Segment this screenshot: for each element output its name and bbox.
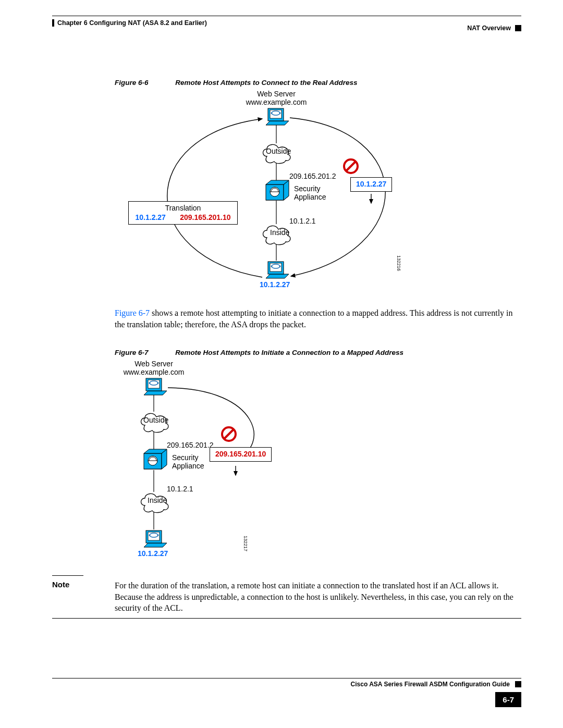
figure-6-7-xref[interactable]: Figure 6-7 <box>115 309 150 317</box>
figure-6-6-title: Remote Host Attempts to Connect to the R… <box>175 79 357 87</box>
fig7-inside-cloud-label: Inside <box>148 496 167 504</box>
figure-6-7-diagram: Web Server www.example.com Outside 209.1… <box>115 364 521 562</box>
figure-6-7-title: Remote Host Attempts to Initiate a Conne… <box>175 349 403 356</box>
figure-6-7-caption: Figure 6-7 Remote Host Attempts to Initi… <box>115 349 521 356</box>
footer-guide-title: Cisco ASA Series Firewall ASDM Configura… <box>351 681 510 688</box>
inside-cloud-label: Inside <box>270 228 289 237</box>
header-marker-icon <box>515 25 521 31</box>
note-top-rule <box>52 575 83 576</box>
inside-host-ip-label: 10.1.2.27 <box>260 280 290 289</box>
page-number: 6-7 <box>495 692 521 707</box>
figure-6-6-number: Figure 6-6 <box>115 79 149 87</box>
fig7-web-server-label: Web Server www.example.com <box>123 360 185 376</box>
outside-cloud-label: Outside <box>266 147 291 155</box>
note-body: For the duration of the translation, a r… <box>115 580 521 614</box>
web-server-label: Web Server www.example.com <box>245 90 308 106</box>
fig7-outside-cloud-label: Outside <box>143 416 168 424</box>
footer-marker-icon <box>515 681 521 687</box>
figure-6-6-diagram: Web Server www.example.com Outside 209.1… <box>115 94 521 297</box>
body-paragraph-1: Figure 6-7 shows a remote host attemptin… <box>115 307 521 330</box>
section-title-block: NAT Overview <box>467 19 521 32</box>
fig7-asa-outside-ip-label: 209.165.201.2 <box>167 441 214 449</box>
page-footer: Cisco ASA Series Firewall ASDM Configura… <box>52 678 521 707</box>
asa-inside-ip-label: 10.1.2.1 <box>289 217 316 225</box>
note-bottom-rule <box>52 618 521 619</box>
translation-box: Translation 10.1.2.27 209.165.201.10 <box>128 201 238 225</box>
section-title: NAT Overview <box>467 24 511 32</box>
packet-box: 10.1.2.27 <box>350 177 392 192</box>
note-label: Note <box>52 580 115 614</box>
figure-6-7-number: Figure 6-7 <box>115 349 149 356</box>
fig7-security-appliance-label: SecurityAppliance <box>172 453 204 470</box>
figure-6-6-caption: Figure 6-6 Remote Host Attempts to Conne… <box>115 79 521 87</box>
security-appliance-label: SecurityAppliance <box>294 184 326 201</box>
note-block: Note For the duration of the translation… <box>52 580 521 614</box>
fig7-asa-inside-ip-label: 10.1.2.1 <box>167 485 193 493</box>
fig7-inside-host-ip-label: 10.1.2.27 <box>138 549 168 558</box>
chapter-title: Chapter 6 Configuring NAT (ASA 8.2 and E… <box>52 19 207 27</box>
figure-6-6-code: 132216 <box>396 255 401 271</box>
page-header: Chapter 6 Configuring NAT (ASA 8.2 and E… <box>52 16 521 32</box>
figure-6-7-code: 132217 <box>243 536 248 551</box>
asa-outside-ip-label: 209.165.201.2 <box>289 172 336 180</box>
fig7-packet-box: 209.165.201.10 <box>210 447 272 462</box>
